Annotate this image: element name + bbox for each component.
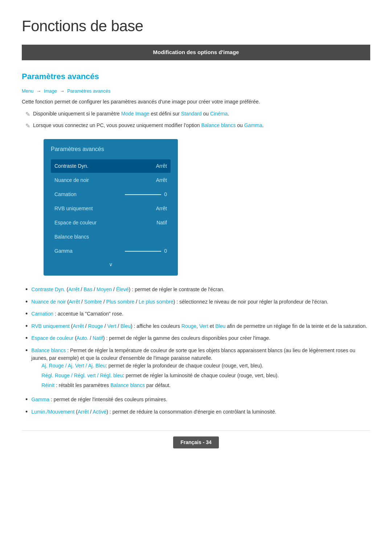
menu-label-espace: Espace de couleur <box>54 219 97 227</box>
link-carnation[interactable]: Carnation <box>31 311 53 317</box>
color-rouge[interactable]: Rouge <box>181 323 196 329</box>
menu-label-balance: Balance blancs <box>54 233 89 241</box>
note-icon-1: ✎ <box>25 110 30 119</box>
opt-plus-sombre[interactable]: Plus sombre <box>106 299 135 305</box>
link-aj-rouge[interactable]: Aj. Rouge <box>41 363 64 369</box>
menu-label-gamma: Gamma <box>54 247 73 255</box>
opt-natif[interactable]: Natif <box>93 335 103 341</box>
opt-auto[interactable]: Auto. <box>77 335 89 341</box>
link-rvb[interactable]: RVB uniquement <box>31 323 70 329</box>
note-icon-2: ✎ <box>25 122 30 130</box>
carnation-value: 0 <box>164 191 167 198</box>
opt-arret[interactable]: Arrêt <box>68 286 79 292</box>
breadcrumb-target[interactable]: Paramètres avancés <box>67 88 110 94</box>
bullet-gamma: • Gamma : permet de régler l'intensité d… <box>25 396 370 404</box>
bullet-balance-text: Balance blancs : Permet de régler la tem… <box>31 347 355 361</box>
menu-value-nuance: Arrêt <box>156 176 167 184</box>
note-1-cinema[interactable]: Cinéma <box>210 111 228 117</box>
bullet-balance: • Balance blancs : Permet de régler la t… <box>25 347 370 391</box>
footer-badge: Français - 34 <box>173 436 219 448</box>
link-nuance[interactable]: Nuance de noir <box>31 299 66 305</box>
menu-label-contraste: Contraste Dyn. <box>54 162 88 170</box>
bullet-lumin-text: Lumin./Mouvement (Arrêt / Activé) : perm… <box>31 408 276 416</box>
bullet-nuance-text: Nuance de noir (Arrêt / Sombre / Plus so… <box>31 298 328 306</box>
link-espace[interactable]: Espace de couleur <box>31 335 73 341</box>
link-balance[interactable]: Balance blancs <box>31 347 66 353</box>
bullet-rvb: • RVB uniquement (Arrêt / Rouge / Vert /… <box>25 322 370 330</box>
menu-row-balance[interactable]: Balance blancs <box>51 230 171 244</box>
menu-row-nuance[interactable]: Nuance de noir Arrêt <box>51 174 171 187</box>
link-reinit[interactable]: Réinit <box>41 382 54 388</box>
menu-row-rvb[interactable]: RVB uniquement Arrêt <box>51 202 171 215</box>
bullet-carnation: • Carnation : accentue la "Carnation" ro… <box>25 310 370 318</box>
bullet-lumin: • Lumin./Mouvement (Arrêt / Activé) : pe… <box>25 408 370 416</box>
bullet-gamma-text: Gamma : permet de régler l'intensité des… <box>31 396 167 403</box>
sub-regl: Régl. Rouge / Régl. vert / Régl. bleu: p… <box>41 372 370 379</box>
intro-text: Cette fonction permet de configurer les … <box>22 98 370 106</box>
menu-row-espace[interactable]: Espace de couleur Natif <box>51 216 171 229</box>
link-aj-vert[interactable]: Aj. Vert <box>68 363 84 369</box>
opt-vert[interactable]: Vert <box>107 323 116 329</box>
breadcrumb-image[interactable]: Image <box>44 88 57 94</box>
breadcrumb-arrow1: → <box>36 88 41 94</box>
bullet-balance-content: Balance blancs : Permet de régler la tem… <box>31 347 370 391</box>
bullet-rvb-text: RVB uniquement (Arrêt / Rouge / Vert / B… <box>31 322 367 330</box>
bullet-nuance: • Nuance de noir (Arrêt / Sombre / Plus … <box>25 298 370 306</box>
link-balance-reinit[interactable]: Balance blancs <box>110 382 145 388</box>
section-header: Modification des options d'image <box>22 45 370 60</box>
link-regl-bleu[interactable]: Régl. bleu <box>100 373 123 378</box>
menu-value-contraste: Arrêt <box>156 162 167 170</box>
gamma-slider[interactable] <box>125 251 161 252</box>
menu-value-rvb: Arrêt <box>156 205 167 212</box>
sub-reinit: Réinit : rétablit les paramètres Balance… <box>41 382 370 389</box>
opt-eleve[interactable]: Élevé <box>116 286 129 292</box>
color-vert[interactable]: Vert <box>199 323 208 329</box>
carnation-slider[interactable] <box>125 194 161 195</box>
link-aj-bleu[interactable]: Aj. Bleu <box>88 363 106 369</box>
opt-bleu[interactable]: Bleu <box>121 323 131 329</box>
bullet-contraste: • Contraste Dyn. (Arrêt / Bas / Moyen / … <box>25 286 370 294</box>
opt-arret2[interactable]: Arrêt <box>69 299 80 305</box>
note-1: ✎ Disponible uniquement si le paramètre … <box>22 110 370 119</box>
menu-row-contraste[interactable]: Contraste Dyn. Arrêt <box>51 159 171 173</box>
link-regl-vert[interactable]: Régl. vert <box>74 373 96 378</box>
bullet-list: • Contraste Dyn. (Arrêt / Bas / Moyen / … <box>22 286 370 416</box>
bullet-espace-text: Espace de couleur (Auto. / Natif) : perm… <box>31 334 270 342</box>
opt-rouge[interactable]: Rouge <box>88 323 103 329</box>
menu-row-gamma[interactable]: Gamma 0 <box>51 244 171 258</box>
page-title: Fonctions de base <box>22 15 370 37</box>
note-2: ✎ Lorsque vous connectez un PC, vous pou… <box>22 122 370 130</box>
menu-label-rvb: RVB uniquement <box>54 205 93 212</box>
sub-aj: Aj. Rouge / Aj. Vert / Aj. Bleu: permet … <box>41 362 370 370</box>
link-regl-rouge[interactable]: Régl. Rouge <box>41 373 70 378</box>
menu-panel-title: Paramètres avancés <box>51 145 171 154</box>
footer: Français - 34 <box>22 430 370 448</box>
note-2-balance[interactable]: Balance blancs <box>201 122 236 128</box>
bullet-contraste-text: Contraste Dyn. (Arrêt / Bas / Moyen / Él… <box>31 286 224 293</box>
menu-row-carnation[interactable]: Carnation 0 <box>51 188 171 201</box>
menu-chevron-down: ∨ <box>51 261 171 268</box>
opt-sombre[interactable]: Sombre <box>84 299 102 305</box>
opt-moyen[interactable]: Moyen <box>97 286 112 292</box>
link-contraste[interactable]: Contraste Dyn. <box>31 286 65 292</box>
note-1-mode-image[interactable]: Mode Image <box>121 111 150 117</box>
note-2-text: Lorsque vous connectez un PC, vous pouve… <box>33 122 264 129</box>
breadcrumb-menu[interactable]: Menu <box>22 88 34 94</box>
opt-le-plus-sombre[interactable]: Le plus sombre <box>139 299 173 305</box>
breadcrumb: Menu → Image → Paramètres avancés <box>22 88 370 95</box>
link-gamma[interactable]: Gamma <box>31 397 49 402</box>
bullet-espace: • Espace de couleur (Auto. / Natif) : pe… <box>25 334 370 342</box>
note-2-gamma[interactable]: Gamma <box>244 122 262 128</box>
opt-arret4[interactable]: Arrêt <box>78 409 89 415</box>
link-lumin[interactable]: Lumin./Mouvement <box>31 409 74 415</box>
menu-panel: Paramètres avancés Contraste Dyn. Arrêt … <box>44 139 178 276</box>
opt-active[interactable]: Activé <box>93 409 106 415</box>
opt-arret3[interactable]: Arrêt <box>73 323 83 329</box>
gamma-value: 0 <box>164 247 167 255</box>
gamma-slider-row: 0 <box>125 247 167 255</box>
color-bleu[interactable]: Bleu <box>215 323 225 329</box>
note-1-standard[interactable]: Standard <box>181 111 202 117</box>
opt-bas[interactable]: Bas <box>83 286 92 292</box>
menu-value-espace: Natif <box>156 219 167 227</box>
breadcrumb-arrow2: → <box>60 88 65 94</box>
